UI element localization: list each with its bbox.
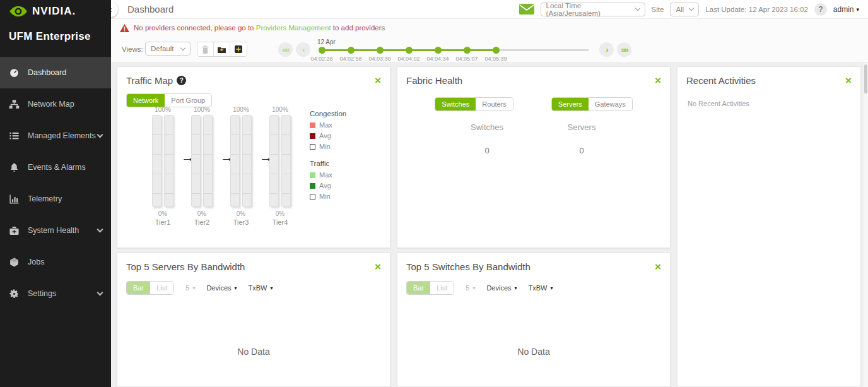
sidebar-item-dashboard[interactable]: Dashboard	[0, 57, 111, 88]
help-icon[interactable]: ?	[177, 76, 186, 85]
toggle-list[interactable]: List	[150, 282, 173, 294]
close-icon[interactable]: ×	[845, 75, 852, 86]
site-select[interactable]: All	[670, 3, 699, 16]
sidebar-item-label: Events & Alarms	[28, 163, 86, 172]
timeline-fast-fwd-button[interactable]: »»	[617, 42, 631, 57]
save-view-button[interactable]	[214, 42, 230, 56]
sidebar: NVIDIA. UFM Enterprise Dashboard Network…	[0, 0, 111, 387]
toggle-bar[interactable]: Bar	[127, 282, 150, 294]
count-dropdown[interactable]: 5 ▾	[466, 284, 475, 292]
sidebar-item-network-map[interactable]: Network Map	[0, 88, 111, 120]
last-update: Last Update: 12 Apr 2023 16:02	[705, 6, 807, 13]
sidebar-item-system-health[interactable]: System Health	[0, 215, 111, 246]
timeline-point[interactable]	[435, 47, 442, 54]
sidebar-item-events-alarms[interactable]: Events & Alarms	[0, 152, 111, 183]
servers-count: 0	[531, 146, 632, 155]
metric-dropdown[interactable]: TxBW ▾	[529, 284, 553, 292]
alert-banner: No providers connected, please go to Pro…	[111, 19, 868, 37]
views-tool-group	[197, 42, 247, 57]
close-icon[interactable]: ×	[375, 75, 381, 86]
fabric-health-panel: Fabric Health × Switches Routers Servers…	[397, 66, 671, 248]
legend-traffic-title: Traffic	[310, 160, 346, 167]
sidebar-item-settings[interactable]: Settings	[0, 278, 111, 309]
tier-bar[interactable]	[203, 115, 213, 207]
timeline-timestamp: 04:04:02	[394, 56, 423, 62]
metric-value: TxBW	[529, 284, 548, 292]
toggle-servers[interactable]: Servers	[552, 98, 589, 110]
timeline-point[interactable]	[377, 47, 384, 54]
timeline-fast-back-button[interactable]: ««	[278, 42, 293, 57]
gauge-icon	[9, 68, 20, 78]
devices-dropdown[interactable]: Devices ▾	[486, 284, 517, 292]
close-icon[interactable]: ×	[375, 261, 381, 272]
traffic-max-swatch	[310, 172, 315, 178]
list-icon	[9, 131, 20, 141]
toggle-gateways[interactable]: Gateways	[589, 98, 632, 110]
timeline-track[interactable]	[496, 49, 589, 51]
add-widget-button[interactable]	[230, 42, 247, 56]
sidebar-nav: Dashboard Network Map Managed Elements E	[0, 57, 111, 309]
toggle-bar[interactable]: Bar	[407, 282, 430, 294]
switches-count: 0	[437, 146, 537, 155]
sidebar-item-label: Dashboard	[28, 68, 66, 77]
timeline-back-button[interactable]: ‹	[296, 42, 310, 57]
timeline-fwd-button[interactable]: ›	[599, 42, 614, 57]
scrollbar-thumb[interactable]	[864, 64, 867, 93]
count-value: 5	[466, 284, 469, 292]
chevron-down-icon	[635, 6, 640, 11]
sidebar-item-jobs[interactable]: Jobs	[0, 246, 111, 278]
tab-port-group[interactable]: Port Group	[165, 94, 211, 107]
first-aid-icon	[9, 225, 20, 236]
sidebar-item-label: System Health	[28, 226, 79, 235]
user-menu[interactable]: admin ▾	[833, 5, 859, 14]
tier-bottom-pct: 0%	[152, 210, 173, 217]
delete-view-button[interactable]	[197, 42, 214, 56]
providers-management-link[interactable]: Providers Management	[256, 24, 331, 32]
tier-bar[interactable]	[242, 115, 252, 207]
sidebar-item-label: Settings	[28, 289, 56, 298]
close-icon[interactable]: ×	[655, 75, 661, 86]
scrollbar[interactable]	[864, 63, 868, 387]
tier-top-pct: 100%	[191, 106, 213, 113]
traffic-avg-swatch	[310, 183, 315, 189]
view-select[interactable]: Default	[145, 42, 191, 56]
toggle-switches[interactable]: Switches	[435, 98, 476, 110]
legend-label: Max	[319, 121, 332, 129]
mail-icon[interactable]	[519, 4, 534, 15]
tier-bar[interactable]	[164, 115, 173, 207]
tier-bar[interactable]	[230, 115, 240, 207]
help-button[interactable]: ?	[814, 3, 827, 16]
legend-label: Min	[319, 193, 331, 200]
warning-icon	[120, 24, 129, 32]
tier-bar[interactable]	[191, 115, 201, 207]
timeline-point[interactable]	[348, 47, 355, 54]
top-switches-panel: Top 5 Switches By Bandwidth × Bar List 5…	[397, 253, 671, 387]
timeline-point[interactable]	[493, 47, 500, 54]
metric-dropdown[interactable]: TxBW ▾	[249, 284, 273, 292]
close-icon[interactable]: ×	[655, 261, 661, 272]
tab-network[interactable]: Network	[127, 94, 165, 107]
panel-title: Top 5 Servers By Bandwidth	[126, 261, 245, 272]
legend-label: Avg	[319, 132, 331, 140]
switches-routers-toggle: Switches Routers	[435, 97, 513, 111]
sidebar-item-label: Network Map	[28, 100, 74, 109]
toggle-routers[interactable]: Routers	[476, 98, 513, 110]
timeline-point[interactable]	[319, 47, 326, 54]
tier-group-4: 100% 0% Tier4	[269, 106, 291, 226]
chevron-down-icon	[97, 132, 103, 138]
devices-dropdown[interactable]: Devices ▾	[206, 284, 237, 292]
tier-bar[interactable]	[281, 115, 291, 207]
sidebar-item-label: Telemetry	[28, 194, 62, 203]
timeline-point[interactable]	[406, 47, 413, 54]
views-label: Views:	[122, 45, 143, 53]
timezone-select[interactable]: Local Time (Asia/Jerusalem)	[541, 3, 645, 16]
timeline-point[interactable]	[464, 47, 471, 54]
chevron-down-icon	[180, 45, 185, 50]
tier-bar[interactable]	[152, 115, 161, 207]
sidebar-item-telemetry[interactable]: Telemetry	[0, 183, 111, 215]
toggle-list[interactable]: List	[430, 282, 454, 294]
count-dropdown[interactable]: 5 ▾	[185, 284, 195, 292]
chevron-down-icon: ▾	[515, 285, 517, 291]
sidebar-item-managed-elements[interactable]: Managed Elements	[0, 120, 111, 152]
tier-bar[interactable]	[269, 115, 279, 207]
